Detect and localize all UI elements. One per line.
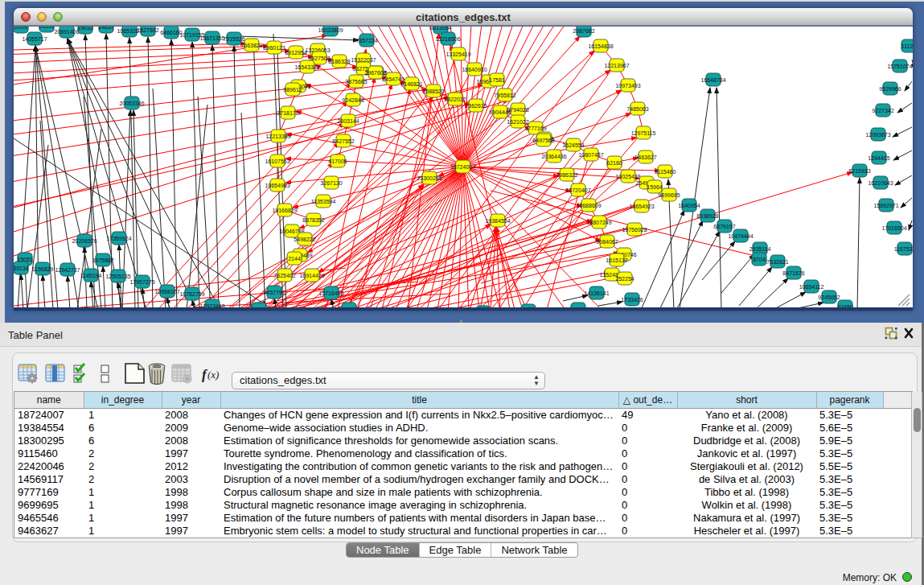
- svg-text:11353594: 11353594: [311, 199, 336, 204]
- svg-text:10474444: 10474444: [728, 233, 753, 239]
- svg-text:3875685: 3875685: [345, 79, 367, 84]
- svg-text:16914479: 16914479: [299, 273, 324, 278]
- svg-text:989612: 989612: [283, 87, 302, 93]
- svg-text:7515526: 7515526: [223, 36, 244, 42]
- svg-text:20206576: 20206576: [72, 238, 97, 244]
- svg-text:1167531: 1167531: [894, 246, 913, 252]
- svg-text:17016504: 17016504: [881, 225, 906, 231]
- svg-text:7986322: 7986322: [556, 172, 577, 178]
- svg-text:3267130: 3267130: [320, 180, 342, 186]
- svg-text:9146821: 9146821: [400, 81, 422, 87]
- svg-text:10958107: 10958107: [154, 289, 179, 295]
- svg-text:1362615: 1362615: [465, 103, 487, 109]
- svg-text:252254: 252254: [615, 276, 634, 282]
- svg-text:8215933: 8215933: [848, 168, 870, 174]
- svg-text:8912954: 8912954: [285, 50, 306, 56]
- svg-text:9827500: 9827500: [308, 56, 330, 61]
- svg-text:20391: 20391: [39, 27, 55, 29]
- svg-text:10688609: 10688609: [576, 203, 601, 208]
- svg-text:19033: 19033: [77, 27, 93, 31]
- svg-text:19654983: 19654983: [265, 183, 290, 188]
- svg-text:2718176: 2718176: [277, 110, 298, 116]
- svg-text:8960123: 8960123: [263, 45, 285, 51]
- svg-text:16782759: 16782759: [179, 291, 204, 297]
- svg-text:19384554: 19384554: [485, 218, 510, 224]
- svg-text:2009: 2009: [14, 27, 27, 30]
- svg-text:6794028: 6794028: [507, 107, 528, 113]
- svg-text:1527602: 1527602: [137, 27, 158, 33]
- svg-text:12505135: 12505135: [105, 274, 130, 279]
- svg-text:9529966: 9529966: [879, 86, 901, 92]
- svg-text:1244415: 1244415: [868, 155, 889, 161]
- svg-text:15751074: 15751074: [887, 64, 912, 69]
- svg-text:1145194: 1145194: [80, 273, 102, 278]
- svg-text:18807249: 18807249: [586, 220, 611, 225]
- svg-text:9463627: 9463627: [634, 154, 656, 160]
- svg-text:1640954: 1640954: [678, 203, 700, 208]
- svg-text:19166829: 19166829: [272, 208, 297, 213]
- svg-text:16107553: 16107553: [265, 159, 290, 164]
- svg-text:2144: 2144: [288, 256, 301, 262]
- svg-text:15964: 15964: [647, 184, 663, 190]
- svg-text:16154838: 16154838: [588, 43, 613, 49]
- svg-text:14055717: 14055717: [22, 36, 47, 42]
- svg-text:15720407: 15720407: [565, 187, 590, 193]
- svg-text:62160: 62160: [606, 160, 622, 166]
- svg-text:1733426: 1733426: [621, 297, 643, 303]
- svg-text:3975867: 3975867: [92, 257, 113, 263]
- svg-text:8878352: 8878352: [302, 217, 324, 223]
- svg-text:10025438: 10025438: [615, 174, 640, 179]
- svg-text:15692971: 15692971: [873, 203, 898, 208]
- svg-text:16543382: 16543382: [294, 64, 319, 70]
- svg-text:12942737: 12942737: [55, 267, 80, 273]
- svg-text:1621022: 1621022: [507, 119, 528, 125]
- svg-text:15716485: 15716485: [318, 290, 343, 296]
- svg-text:7485063: 7485063: [626, 106, 648, 112]
- svg-text:14136141: 14136141: [584, 290, 609, 296]
- svg-text:9245652: 9245652: [818, 295, 840, 300]
- svg-text:16033809: 16033809: [318, 27, 343, 33]
- svg-text:7955812: 7955812: [494, 93, 515, 98]
- svg-text:1588520: 1588520: [422, 89, 444, 94]
- svg-text:9115460: 9115460: [655, 169, 676, 175]
- svg-text:8471676: 8471676: [782, 270, 804, 276]
- svg-text:12975115: 12975115: [631, 130, 656, 136]
- svg-text:18640910: 18640910: [462, 67, 487, 72]
- svg-text:39134: 39134: [14, 266, 29, 271]
- svg-text:8186328: 8186328: [328, 59, 350, 64]
- svg-text:14657: 14657: [98, 27, 114, 30]
- svg-text:2087682: 2087682: [573, 28, 594, 34]
- svg-text:20053346: 20053346: [119, 101, 144, 106]
- svg-text:8813054: 8813054: [429, 27, 451, 31]
- svg-text:3624554: 3624554: [562, 142, 584, 148]
- svg-text:12213967: 12213967: [604, 63, 629, 68]
- svg-text:16671355: 16671355: [199, 35, 224, 41]
- svg-text:9457791: 9457791: [263, 290, 285, 295]
- svg-text:9777169: 9777169: [524, 126, 546, 131]
- svg-text:417006: 417006: [328, 159, 347, 164]
- svg-text:1156829: 1156829: [32, 266, 54, 272]
- svg-text:12213389: 12213389: [265, 134, 290, 139]
- svg-text:17957275: 17957275: [129, 279, 154, 285]
- svg-text:23300295: 23300295: [417, 175, 441, 181]
- svg-text:2803144: 2803144: [337, 118, 359, 124]
- svg-text:20691406: 20691406: [54, 29, 79, 35]
- svg-text:9227342: 9227342: [872, 108, 893, 113]
- svg-text:7625402: 7625402: [273, 273, 295, 278]
- svg-text:8704: 8704: [753, 257, 766, 262]
- svg-text:5498222: 5498222: [294, 237, 315, 242]
- svg-text:12093873: 12093873: [865, 132, 890, 138]
- svg-text:18724007: 18724007: [450, 164, 475, 170]
- svg-text:13218506: 13218506: [435, 36, 460, 42]
- svg-text:16648784: 16648784: [700, 77, 725, 83]
- svg-text:13325419: 13325419: [446, 51, 470, 57]
- svg-text:2935114: 2935114: [749, 246, 771, 252]
- svg-text:17581: 17581: [489, 77, 505, 83]
- svg-text:6879197: 6879197: [713, 224, 735, 229]
- svg-text:10654112: 10654112: [799, 284, 824, 290]
- svg-text:2967608: 2967608: [364, 70, 386, 76]
- svg-text:10973493: 10973493: [615, 83, 640, 89]
- svg-text:1615132: 1615132: [606, 257, 627, 263]
- svg-text:9242848: 9242848: [342, 97, 363, 103]
- svg-text:7663822: 7663822: [240, 43, 262, 48]
